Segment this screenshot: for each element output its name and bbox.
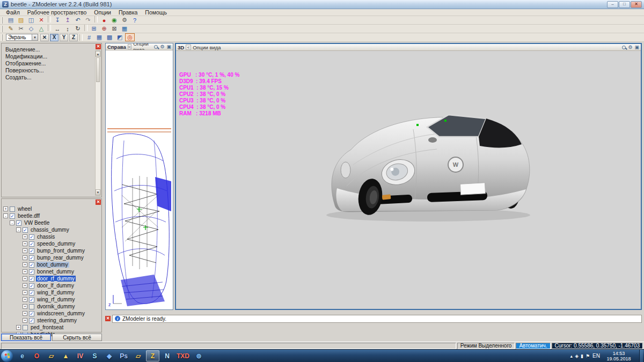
- tree-item[interactable]: + windscreen_dummy: [2, 310, 101, 317]
- close-icon[interactable]: ✕: [96, 200, 101, 205]
- tree-item[interactable]: - beetle.dff: [2, 212, 101, 219]
- expander-icon[interactable]: +: [23, 290, 27, 295]
- toolbar-grip[interactable]: [2, 17, 4, 24]
- main-viewport-canvas[interactable]: GPU : 30 °C, 1 %, 40 %D3D9 : 39.4 FPSCPU…: [176, 51, 641, 309]
- tray-icon[interactable]: ▮: [581, 353, 583, 359]
- expander-icon[interactable]: +: [23, 283, 27, 288]
- show-desktop-button[interactable]: [639, 350, 643, 362]
- view-options-label[interactable]: Опции вида: [133, 43, 152, 50]
- taskbar-aimp-icon[interactable]: ▲: [59, 350, 72, 361]
- checkbox[interactable]: [10, 206, 15, 212]
- grid-toggle-icon[interactable]: ⊞: [89, 25, 99, 33]
- scroll-up-icon[interactable]: ▲: [96, 51, 100, 57]
- command-surface[interactable]: Поверхность...: [4, 67, 100, 73]
- checkbox[interactable]: [29, 241, 34, 247]
- tray-icon[interactable]: ⚑: [586, 353, 590, 359]
- expander-icon[interactable]: +: [23, 269, 27, 274]
- scroll-down-icon[interactable]: ▼: [96, 189, 100, 195]
- command-modify[interactable]: Модификации...: [4, 53, 100, 60]
- axis-x-button[interactable]: X: [50, 34, 58, 41]
- tree-item[interactable]: + bump_rear_dummy: [2, 254, 101, 261]
- save-icon[interactable]: ◫: [26, 16, 36, 24]
- record-icon[interactable]: ●: [99, 16, 109, 24]
- tree-item[interactable]: + bump_front_dummy: [2, 247, 101, 254]
- layers-icon[interactable]: ▦: [120, 25, 129, 33]
- tree-item[interactable]: + dvornik_dummy: [2, 303, 101, 310]
- taskbar-app-icon[interactable]: ◆: [103, 350, 116, 361]
- expander-icon[interactable]: +: [16, 325, 21, 330]
- tree-item[interactable]: + boot_dummy: [2, 261, 101, 268]
- expander-icon[interactable]: +: [23, 248, 27, 253]
- checkbox[interactable]: [23, 227, 28, 233]
- view-options-label[interactable]: Опции вида: [193, 45, 221, 50]
- separator[interactable]: [94, 16, 98, 23]
- expander-icon[interactable]: +: [23, 262, 27, 267]
- tree-item[interactable]: + bonnet_dummy: [2, 268, 101, 275]
- taskbar-txd-icon[interactable]: TXD: [175, 350, 191, 361]
- checkbox[interactable]: [29, 262, 34, 268]
- export-icon[interactable]: ↥: [63, 16, 72, 24]
- auto-mode-badge[interactable]: Автоматич.: [516, 343, 550, 349]
- close-icon[interactable]: ✕: [105, 316, 111, 321]
- clock[interactable]: 14:53 19.05.2018: [603, 351, 635, 361]
- tree-item[interactable]: - VW Beetle: [2, 219, 101, 226]
- magnifier-icon[interactable]: [622, 46, 626, 49]
- tree-item[interactable]: - chassis_dummy: [2, 226, 101, 233]
- chevron-down-icon[interactable]: ▾: [32, 34, 38, 40]
- checkbox[interactable]: [29, 255, 34, 261]
- snap-toggle-icon[interactable]: ⊕: [99, 25, 109, 33]
- checkbox[interactable]: [23, 325, 28, 330]
- open-folder-icon[interactable]: ▨: [16, 16, 26, 24]
- maximize-button[interactable]: □: [619, 1, 630, 8]
- gear-icon[interactable]: ⚙: [160, 45, 164, 49]
- clear-axes-button[interactable]: ✕: [40, 34, 49, 41]
- toolbar-grip[interactable]: [2, 34, 4, 41]
- vertex-mode-icon[interactable]: ◇: [26, 25, 36, 33]
- face-mode-icon[interactable]: △: [36, 25, 46, 33]
- menu-help[interactable]: Помощь: [141, 9, 171, 16]
- command-selection[interactable]: Выделение...: [4, 46, 100, 53]
- rotate-tool-icon[interactable]: ↻: [73, 25, 83, 33]
- separator[interactable]: [48, 25, 51, 31]
- expander-icon[interactable]: -: [16, 227, 21, 232]
- new-file-icon[interactable]: ▤: [6, 16, 16, 24]
- show-all-button[interactable]: Показать всё: [1, 334, 51, 341]
- uv-view-icon[interactable]: ◩: [115, 33, 125, 41]
- checkbox[interactable]: [16, 220, 21, 226]
- side-viewport-canvas[interactable]: z: [106, 50, 173, 309]
- expander-icon[interactable]: +: [3, 206, 8, 211]
- side-viewport[interactable]: Справа < Опции вида ⚙ ▣ z: [105, 43, 173, 310]
- tree-item[interactable]: + speedo_dummy: [2, 240, 101, 247]
- taskbar-irfanview-icon[interactable]: IV: [74, 350, 87, 361]
- gear-icon[interactable]: ⚙: [628, 45, 632, 50]
- checkbox[interactable]: [10, 213, 15, 219]
- magnifier-icon[interactable]: [154, 45, 158, 49]
- commands-scrollbar[interactable]: ▲ ▼: [95, 50, 101, 196]
- tree-item[interactable]: + steering_dummy: [2, 317, 101, 324]
- checkbox[interactable]: [29, 304, 34, 309]
- mirror-tool-icon[interactable]: ⊠: [109, 25, 119, 33]
- separator[interactable]: [48, 16, 51, 23]
- delete-icon[interactable]: ✕: [36, 16, 46, 24]
- selection-mode-label[interactable]: Режим Выделенного: [457, 343, 515, 349]
- checkbox[interactable]: [29, 269, 34, 275]
- redo-icon[interactable]: ↷: [83, 16, 93, 24]
- taskbar-tools-folder-icon[interactable]: ▱: [131, 350, 145, 361]
- tree-item[interactable]: + door_rf_dummy: [2, 275, 101, 282]
- move-tool-icon[interactable]: ↔: [53, 25, 62, 33]
- main-3d-viewport[interactable]: 3D < Опции вида ⚙ ▣ GPU : 30 °C, 1 %, 40…: [175, 43, 642, 310]
- menu-edit[interactable]: Правка: [115, 9, 141, 16]
- undo-icon[interactable]: ↶: [73, 16, 83, 24]
- menu-workspace[interactable]: Рабочее пространство: [24, 9, 90, 16]
- maximize-view-icon[interactable]: ▣: [634, 45, 639, 50]
- checkbox[interactable]: [29, 276, 34, 282]
- taskbar-opera-icon[interactable]: O: [30, 350, 43, 361]
- axis-y-button[interactable]: Y: [60, 34, 68, 41]
- tree-item[interactable]: + wheel: [2, 205, 101, 212]
- tree-item[interactable]: + door_lf_dummy: [2, 282, 101, 289]
- expander-icon[interactable]: +: [23, 276, 27, 281]
- expander-icon[interactable]: +: [23, 234, 27, 239]
- minimize-button[interactable]: –: [607, 1, 618, 8]
- expander-icon[interactable]: +: [23, 304, 27, 309]
- help-icon[interactable]: ?: [130, 16, 140, 24]
